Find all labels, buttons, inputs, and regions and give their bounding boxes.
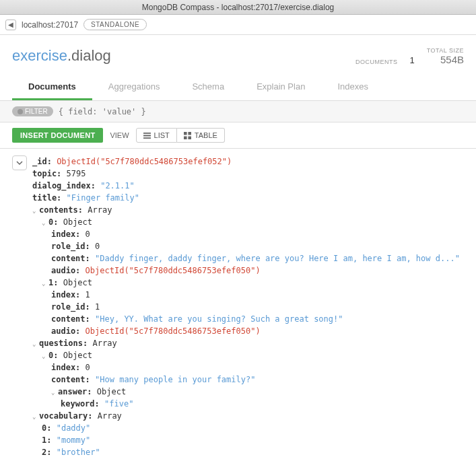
table-icon (184, 132, 191, 139)
tab-explain-plan[interactable]: Explain Plan (240, 75, 321, 100)
chevron-down-icon (16, 160, 23, 166)
caret-down-icon: ⌄ (51, 388, 58, 398)
field-questions[interactable]: ⌄questions: Array (32, 337, 464, 349)
documents-label: DOCUMENTS (355, 59, 398, 65)
connection-bar: ◀ localhost:27017 STANDALONE (0, 15, 476, 35)
namespace-title: exercise.dialog (12, 47, 111, 65)
size-value: 554B (427, 54, 464, 65)
questions-0-answer-keyword[interactable]: keyword: "five" (32, 398, 464, 410)
contents-1-audio[interactable]: audio: ObjectId("5c7f780ddc5486753efef05… (32, 325, 464, 337)
contents-0[interactable]: ⌄0: Object (32, 216, 464, 228)
filter-input[interactable] (59, 107, 464, 116)
field-title[interactable]: title: "Finger family" (32, 192, 464, 204)
caret-down-icon: ⌄ (32, 340, 39, 349)
view-list-button[interactable]: LIST (136, 128, 177, 143)
view-list-label: LIST (154, 131, 170, 139)
field-dialog-index[interactable]: dialog_index: "2.1.1" (32, 180, 464, 192)
topology-badge: STANDALONE (83, 19, 147, 30)
view-table-label: TABLE (195, 131, 217, 139)
caret-down-icon: ⌄ (32, 207, 39, 216)
contents-0-role-id[interactable]: role_id: 0 (32, 240, 464, 252)
filter-bar: FILTER (0, 101, 476, 122)
caret-down-icon: ⌄ (42, 279, 48, 289)
tab-schema[interactable]: Schema (176, 75, 240, 100)
contents-1-index[interactable]: index: 1 (32, 289, 464, 301)
document-tree: _id: ObjectId("5c7f780ddc5486753efef052"… (32, 155, 464, 459)
questions-0-content[interactable]: content: "How many people in your family… (32, 374, 464, 386)
size-label: TOTAL SIZE (427, 47, 464, 54)
contents-0-content[interactable]: content: "Daddy finger, daddy finger, wh… (32, 252, 464, 264)
tab-aggregations[interactable]: Aggregations (92, 75, 176, 100)
back-button[interactable]: ◀ (5, 20, 16, 30)
documents-toolbar: INSERT DOCUMENT VIEW LIST TABLE (0, 122, 476, 149)
contents-0-audio[interactable]: audio: ObjectId("5c7f780ddc5486753efef05… (32, 264, 464, 277)
list-icon (143, 132, 151, 139)
database-name: exercise (12, 47, 67, 64)
field-contents[interactable]: ⌄contents: Array (32, 204, 464, 216)
view-label: VIEW (110, 131, 129, 139)
insert-document-button[interactable]: INSERT DOCUMENT (12, 128, 103, 143)
size-stat: TOTAL SIZE 554B (427, 47, 464, 65)
document-area: _id: ObjectId("5c7f780ddc5486753efef052"… (0, 149, 476, 459)
collection-tabs: Documents Aggregations Schema Explain Pl… (0, 75, 476, 101)
collection-name: .dialog (67, 47, 111, 64)
tab-documents[interactable]: Documents (12, 75, 92, 100)
vocabulary-1[interactable]: 1: "mommy" (32, 434, 464, 446)
collection-stats: DOCUMENTS 1 TOTAL SIZE 554B (355, 47, 464, 65)
view-toggle-group: LIST TABLE (136, 128, 225, 143)
field-topic[interactable]: topic: 5795 (32, 168, 464, 180)
documents-count: 1 (409, 55, 414, 65)
contents-1-content[interactable]: content: "Hey, YY. What are you singing?… (32, 313, 464, 325)
contents-0-index[interactable]: index: 0 (32, 228, 464, 240)
view-table-button[interactable]: TABLE (177, 128, 225, 143)
caret-down-icon: ⌄ (32, 413, 39, 422)
tab-indexes[interactable]: Indexes (321, 75, 384, 100)
caret-down-icon: ⌄ (42, 219, 48, 228)
field-id[interactable]: _id: ObjectId("5c7f780ddc5486753efef052"… (32, 155, 464, 168)
field-vocabulary[interactable]: ⌄vocabulary: Array (32, 410, 464, 422)
documents-stat: DOCUMENTS (355, 59, 398, 65)
namespace-header: exercise.dialog DOCUMENTS 1 TOTAL SIZE 5… (0, 35, 476, 65)
vocabulary-2[interactable]: 2: "brother" (32, 446, 464, 458)
window-titlebar: MongoDB Compass - localhost:27017/exerci… (0, 0, 476, 15)
questions-0[interactable]: ⌄0: Object (32, 349, 464, 361)
vocabulary-0[interactable]: 0: "daddy" (32, 422, 464, 434)
caret-down-icon: ⌄ (42, 352, 48, 361)
filter-badge[interactable]: FILTER (12, 106, 53, 116)
questions-0-answer[interactable]: ⌄answer: Object (32, 386, 464, 398)
contents-1[interactable]: ⌄1: Object (32, 277, 464, 289)
contents-1-role-id[interactable]: role_id: 1 (32, 301, 464, 313)
host-label: localhost:27017 (22, 20, 78, 30)
collapse-document-button[interactable] (12, 155, 27, 170)
questions-0-index[interactable]: index: 0 (32, 361, 464, 374)
